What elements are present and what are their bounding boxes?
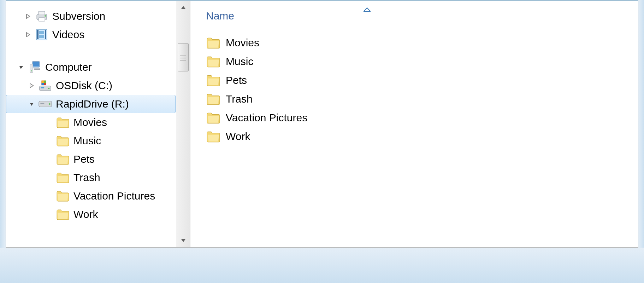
list-item-label: Vacation Pictures (226, 112, 307, 124)
tree-item-rapiddrive[interactable]: RapidDrive (R:) (6, 95, 176, 113)
navigation-tree-pane: Subversion Videos (6, 1, 190, 247)
tree-item-computer[interactable]: Computer (6, 58, 176, 76)
expander-open-icon[interactable] (28, 100, 36, 108)
tree-item-videos[interactable]: Videos (6, 25, 176, 44)
list-item-label: Trash (226, 93, 253, 105)
svg-rect-8 (39, 35, 44, 38)
file-list[interactable]: Movies Music Pets Trash (206, 33, 624, 146)
list-item[interactable]: Trash (206, 89, 624, 108)
tree-item-folder[interactable]: Music (6, 132, 176, 150)
svg-point-16 (48, 88, 50, 89)
expander-closed-icon[interactable] (24, 30, 33, 39)
svg-rect-20 (42, 83, 44, 85)
scroll-up-arrow-icon[interactable] (176, 2, 190, 13)
svg-point-3 (45, 15, 46, 17)
list-item[interactable]: Pets (206, 71, 624, 89)
tree-item-label: RapidDrive (R:) (56, 98, 129, 110)
list-item[interactable]: Vacation Pictures (206, 108, 624, 127)
tree-item-osdisk[interactable]: OSDisk (C:) (6, 76, 176, 95)
list-item-label: Work (226, 131, 250, 143)
svg-rect-15 (41, 87, 45, 88)
list-item[interactable]: Music (206, 52, 624, 71)
tree-scrollbar[interactable] (176, 1, 190, 247)
osdisk-icon (38, 79, 52, 93)
svg-rect-2 (39, 18, 45, 21)
list-item[interactable]: Movies (206, 33, 624, 52)
tree-item-folder[interactable]: Movies (6, 113, 176, 132)
tree-item-label: Subversion (52, 10, 105, 22)
folder-icon (56, 171, 70, 185)
tree-item-label: Pets (73, 153, 95, 165)
expander-closed-icon[interactable] (24, 12, 33, 21)
folder-icon (206, 73, 221, 88)
tree-item-label: Vacation Pictures (73, 190, 155, 202)
folder-icon (56, 134, 70, 148)
svg-rect-10 (33, 62, 39, 67)
folder-icon (56, 115, 70, 129)
svg-rect-5 (37, 30, 39, 39)
svg-point-13 (31, 70, 32, 71)
folder-icon (206, 54, 221, 69)
folder-icon (206, 110, 221, 125)
folder-icon (56, 207, 70, 221)
tree-item-label: Work (73, 208, 98, 220)
folder-icon (56, 189, 70, 203)
tree-item-label: Videos (52, 29, 84, 41)
explorer-window: Subversion Videos (6, 0, 638, 248)
svg-rect-22 (40, 103, 44, 104)
svg-rect-12 (34, 68, 40, 70)
svg-rect-7 (39, 31, 44, 34)
svg-rect-18 (42, 81, 44, 83)
expander-open-icon[interactable] (17, 63, 25, 71)
scroll-thumb[interactable] (178, 43, 189, 71)
tree-item-folder[interactable]: Work (6, 205, 176, 224)
svg-rect-1 (39, 11, 45, 15)
sort-ascending-icon[interactable] (364, 3, 371, 14)
computer-icon (28, 60, 42, 74)
drive-icon (38, 97, 52, 111)
list-item-label: Pets (226, 74, 247, 86)
expander-closed-icon[interactable] (28, 81, 36, 90)
folder-icon (56, 152, 70, 166)
navigation-tree[interactable]: Subversion Videos (6, 1, 176, 247)
svg-rect-6 (45, 30, 46, 39)
film-icon (35, 28, 49, 42)
tree-item-folder[interactable]: Vacation Pictures (6, 187, 176, 205)
tree-item-label: Computer (45, 61, 92, 73)
svg-rect-19 (44, 81, 46, 83)
tree-item-label: OSDisk (C:) (56, 80, 112, 92)
folder-icon (206, 129, 221, 144)
tree-item-folder[interactable]: Pets (6, 150, 176, 168)
column-header-name[interactable]: Name (206, 10, 234, 22)
tree-item-label: Movies (73, 116, 107, 128)
file-list-pane: Name Movies Music Pets (190, 1, 638, 247)
scroll-down-arrow-icon[interactable] (176, 235, 190, 246)
tree-item-label: Music (73, 135, 101, 147)
folder-icon (206, 35, 221, 50)
tree-item-subversion[interactable]: Subversion (6, 7, 176, 25)
svg-point-23 (49, 103, 51, 105)
list-item-label: Music (226, 56, 253, 68)
list-item-label: Movies (226, 37, 259, 49)
folder-icon (206, 92, 221, 106)
list-item[interactable]: Work (206, 127, 624, 146)
tree-item-folder[interactable]: Trash (6, 168, 176, 187)
tree-item-label: Trash (73, 172, 100, 184)
printer-icon (35, 9, 49, 23)
